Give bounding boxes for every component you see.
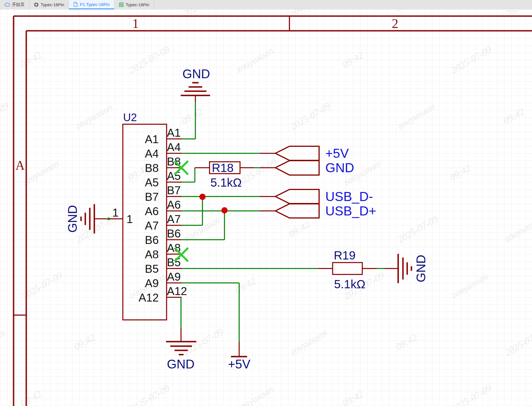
frame-column-label-2: 2: [392, 16, 398, 31]
tab-symbol-typec16pin[interactable]: Typec-16Pin: [29, 0, 69, 9]
junction-dot-usbdm[interactable]: [199, 194, 206, 200]
pin-name: A1: [145, 133, 159, 145]
gnd-symbol-right[interactable]: GND: [398, 254, 428, 283]
tab-schematic-p1-typec16pin[interactable]: P1.Typec-16Pin: [69, 0, 114, 9]
component-u2[interactable]: U2 1: [94, 112, 187, 320]
pin-1-name: 1: [127, 213, 133, 225]
pin-number: A6: [167, 198, 181, 211]
pin-name: A8: [145, 248, 159, 261]
gnd-symbol-top[interactable]: GND: [181, 67, 210, 95]
r19-designator[interactable]: R19: [334, 249, 356, 262]
pin-1-number: 1: [112, 206, 119, 219]
chip-icon: [34, 2, 39, 7]
schematic-canvas[interactable]: zouyuxuan09:422025-07-09zouyuxuan09:4220…: [0, 9, 532, 406]
frame-column-label-1: 1: [132, 16, 139, 31]
gnd-left-label[interactable]: GND: [66, 205, 79, 233]
tab-label: 开始页: [12, 2, 25, 7]
net-label-5v[interactable]: +5V: [325, 146, 349, 161]
tab-pcb-typec16pin[interactable]: Typec-16Pin: [114, 0, 154, 9]
component-r18[interactable]: R18 5.1kΩ: [210, 161, 242, 189]
pin-number: B6: [167, 227, 181, 240]
tab-label: P1.Typec-16Pin: [80, 2, 110, 7]
p5v-bottom-label[interactable]: +5V: [228, 357, 250, 371]
pin-name: B8: [145, 162, 159, 174]
u2-pin-numbers: A1 A4 B8 A5 B7 A6 A7 B6 A8 B5 A9 A12: [167, 126, 187, 297]
gnd-bottom-bars-icon: [166, 342, 196, 355]
pin-name: B7: [145, 191, 159, 203]
pin-name: A5: [145, 176, 159, 189]
pin-number: A12: [167, 285, 187, 297]
u2-pin-names: A1 A4 B8 A5 B7 A6 A7 B6 A8 B5 A9 A12: [139, 133, 159, 304]
u2-designator[interactable]: U2: [123, 112, 137, 123]
schematic-file-icon: [73, 2, 78, 7]
pin-1-endpoint: [108, 218, 110, 220]
pin-number: B7: [167, 184, 181, 197]
r19-value[interactable]: 5.1kΩ: [334, 278, 365, 291]
component-r19[interactable]: R19 5.1kΩ: [333, 249, 365, 291]
r19-body[interactable]: [333, 263, 362, 274]
gnd-left-bars-icon: [81, 204, 94, 233]
cloud-icon: [5, 3, 10, 7]
gnd-top-bars-icon: [181, 83, 210, 95]
schematic-drawing: 1 2 A: [0, 9, 532, 406]
p5v-symbol-bottom[interactable]: +5V: [228, 357, 250, 371]
pin-name: B5: [145, 263, 159, 275]
net-label-usbdp[interactable]: USB_D+: [325, 204, 376, 218]
net-flag-gnd[interactable]: [275, 161, 319, 175]
r18-value[interactable]: 5.1kΩ: [210, 176, 242, 189]
component-leads: [181, 95, 398, 357]
pin-name: A4: [145, 147, 159, 160]
r18-designator[interactable]: R18: [212, 161, 234, 174]
pcb-file-icon: [119, 2, 124, 7]
gnd-right-label[interactable]: GND: [414, 255, 428, 282]
net-flag-usbdp[interactable]: [275, 204, 319, 218]
easyeda-window: 开始页 Typec-16Pin P1.Typec-16Pin Typec-16P…: [0, 0, 532, 406]
net-flag-5v[interactable]: [275, 146, 319, 160]
pin-name: B6: [145, 234, 159, 246]
pin-number: A1: [167, 126, 181, 139]
net-label-usbdm[interactable]: USB_D-: [325, 189, 373, 204]
pin-number: A4: [167, 141, 181, 153]
tab-bar: 开始页 Typec-16Pin P1.Typec-16Pin Typec-16P…: [0, 0, 532, 10]
net-label-gnd[interactable]: GND: [325, 160, 354, 175]
pin-name: A9: [145, 277, 159, 289]
gnd-symbol-left[interactable]: GND: [66, 204, 94, 233]
wires[interactable]: [181, 101, 385, 342]
gnd-right-bars-icon: [398, 254, 411, 283]
pin-number: A7: [167, 213, 181, 225]
tab-label: Typec-16Pin: [41, 2, 64, 7]
tab-label: Typec-16Pin: [126, 2, 149, 7]
frame-row-label-a: A: [15, 158, 25, 173]
pin-name: A6: [145, 205, 159, 217]
gnd-top-label[interactable]: GND: [182, 67, 210, 81]
tab-start-page[interactable]: 开始页: [0, 0, 29, 9]
net-flag-usbdm[interactable]: [275, 189, 319, 204]
gnd-bottom-label[interactable]: GND: [167, 357, 195, 371]
junction-dot-usbdp[interactable]: [221, 207, 228, 213]
pin-number: A9: [167, 270, 181, 283]
net-flags: [275, 146, 319, 218]
pin-name: A12: [139, 291, 159, 304]
pin-name: A7: [145, 219, 159, 232]
gnd-symbol-bottom[interactable]: GND: [166, 342, 196, 371]
